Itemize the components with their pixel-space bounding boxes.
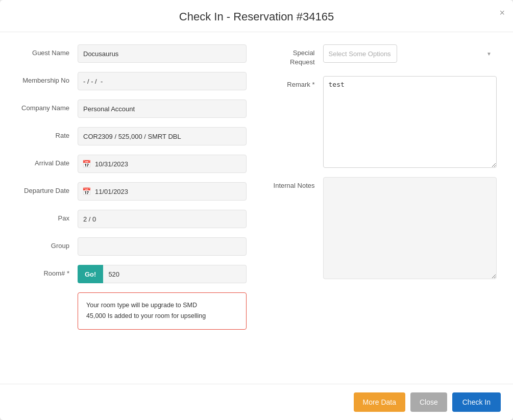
departure-date-row: Departure Date 📅 11/01/2023 [16,182,247,201]
guest-name-label: Guest Name [16,44,78,58]
rate-label: Rate [16,127,78,140]
membership-row: Membership No [16,72,247,90]
left-column: Guest Name Membership No Company Name Ra… [16,44,247,372]
company-name-row: Company Name [16,100,247,118]
membership-input[interactable] [78,72,247,90]
dialog-close-button[interactable]: × [499,8,505,17]
special-request-select-wrapper: Select Some Options [323,44,497,63]
group-row: Group [16,237,247,256]
checkin-dialog: Check In - Reservation #34165 × Guest Na… [0,0,513,420]
guest-name-input[interactable] [78,44,247,63]
close-button[interactable]: Close [410,392,447,412]
departure-calendar-icon: 📅 [82,187,91,195]
upgrade-notice-line2: 45,000 Is added to your room for upselli… [86,311,238,322]
upgrade-notice-line1: Your room type will be upgrade to SMD [86,300,238,311]
departure-date-wrapper[interactable]: 📅 11/01/2023 [78,182,247,201]
room-label: Room# * [16,265,78,278]
rate-row: Rate [16,127,247,145]
right-column: Special Request Select Some Options Rema… [267,44,497,372]
upgrade-notice: Your room type will be upgrade to SMD 45… [78,292,247,330]
arrival-date-value: 10/31/2023 [95,160,128,168]
more-data-button[interactable]: More Data [354,392,405,412]
pax-row: Pax [16,210,247,228]
special-request-label: Special Request [267,44,323,67]
room-row: Room# * Go! [16,265,247,283]
internal-notes-textarea[interactable] [323,177,497,279]
guest-name-row: Guest Name [16,44,247,63]
room-input-group: Go! [78,265,247,283]
internal-notes-row: Internal Notes [267,177,497,279]
dialog-title: Check In - Reservation #34165 [12,10,501,23]
pax-input[interactable] [78,210,247,228]
group-input[interactable] [78,237,247,256]
remark-label: Remark * [267,76,323,89]
special-request-row: Special Request Select Some Options [267,44,497,67]
group-label: Group [16,237,78,251]
dialog-footer: More Data Close Check In [0,384,513,420]
remark-row: Remark * test [267,76,497,168]
arrival-date-wrapper[interactable]: 📅 10/31/2023 [78,155,247,173]
company-name-label: Company Name [16,100,78,113]
checkin-button[interactable]: Check In [452,392,501,412]
room-go-button[interactable]: Go! [78,265,103,283]
membership-label: Membership No [16,72,78,85]
remark-textarea[interactable]: test [323,76,497,168]
arrival-date-label: Arrival Date [16,155,78,168]
pax-label: Pax [16,210,78,223]
company-name-input[interactable] [78,100,247,118]
departure-date-label: Departure Date [16,182,78,195]
dialog-header: Check In - Reservation #34165 × [0,0,513,32]
arrival-calendar-icon: 📅 [82,160,91,168]
special-request-select[interactable]: Select Some Options [323,44,397,63]
room-number-input[interactable] [103,265,246,283]
dialog-body: Guest Name Membership No Company Name Ra… [0,32,513,384]
rate-input[interactable] [78,127,247,145]
internal-notes-label: Internal Notes [267,177,323,190]
arrival-date-row: Arrival Date 📅 10/31/2023 [16,155,247,173]
departure-date-value: 11/01/2023 [95,188,128,195]
